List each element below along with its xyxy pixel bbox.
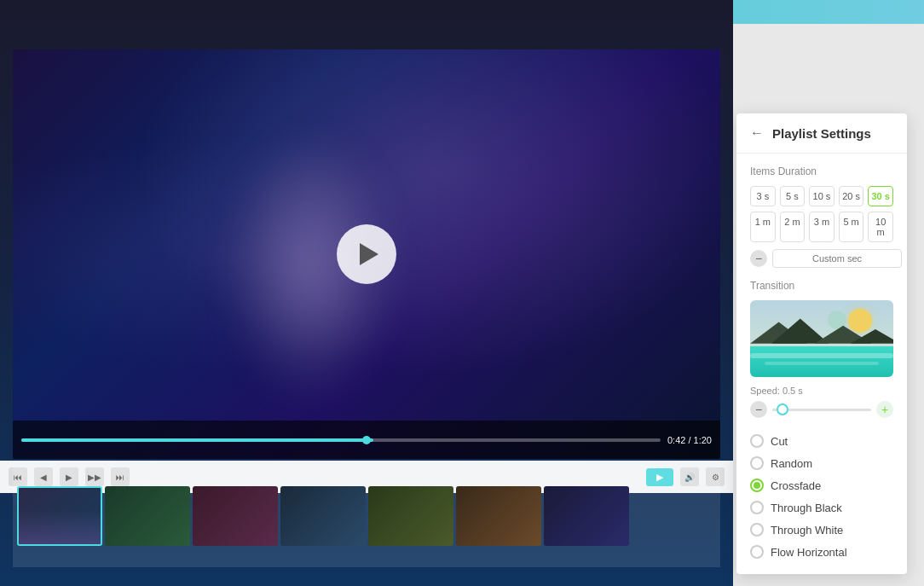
video-background: 0:42 / 1:20 ⏮ ◀ ▶ ▶▶ ⏭ ▶ 🔊 ⚙ <box>0 0 733 586</box>
duration-row-2: 1 m 2 m 3 m 5 m 10 m <box>750 212 893 242</box>
duration-10s[interactable]: 10 s <box>809 186 834 206</box>
transition-label: Transition <box>750 280 893 292</box>
speed-row: − + <box>750 401 893 418</box>
transition-through-black[interactable]: Through Black <box>750 496 893 519</box>
custom-sec-row: − + <box>750 249 893 268</box>
speed-plus-button[interactable]: + <box>876 401 893 418</box>
thumb-item-6[interactable] <box>456 486 541 546</box>
items-duration-section: Items Duration 3 s 5 s 10 s 20 s 30 s 1 … <box>736 154 907 280</box>
progress-bar[interactable] <box>21 438 661 442</box>
transition-through-white[interactable]: Through White <box>750 519 893 541</box>
panel-header: ← Playlist Settings <box>736 113 907 154</box>
radio-flow-horizontal-label: Flow Horizontal <box>771 546 847 559</box>
radio-through-black-label: Through Black <box>771 502 842 514</box>
progress-fill <box>21 438 373 442</box>
radio-crossfade-outer <box>750 479 764 492</box>
radio-cut-label: Cut <box>771 435 788 448</box>
transition-preview <box>750 300 893 377</box>
duration-20s[interactable]: 20 s <box>839 186 864 206</box>
video-player[interactable]: 0:42 / 1:20 <box>13 49 720 459</box>
thumb-item-5[interactable] <box>368 486 453 546</box>
duration-5m[interactable]: 5 m <box>839 212 864 242</box>
duration-1m[interactable]: 1 m <box>750 212 776 242</box>
preview-wave-1 <box>750 353 893 358</box>
thumb-item-7[interactable] <box>544 486 629 546</box>
transition-flow-horizontal[interactable]: Flow Horizontal <box>750 541 893 563</box>
duration-3m[interactable]: 3 m <box>809 212 834 242</box>
duration-3s[interactable]: 3 s <box>750 186 776 206</box>
thumb-person-1 <box>19 510 101 544</box>
speed-slider-thumb <box>777 403 788 415</box>
preview-sky <box>750 300 893 346</box>
duration-30s[interactable]: 30 s <box>868 186 893 206</box>
transition-random[interactable]: Random <box>750 452 893 474</box>
thumbnail-strip <box>13 465 720 567</box>
panel-title: Playlist Settings <box>772 126 871 141</box>
speed-minus-button[interactable]: − <box>750 401 767 418</box>
duration-10m[interactable]: 10 m <box>868 212 893 242</box>
radio-crossfade-inner <box>754 482 760 489</box>
speed-label: Speed: 0.5 s <box>750 386 893 396</box>
progress-thumb <box>362 436 371 444</box>
transition-options: Cut Random Crossfade Through Black Throu… <box>750 430 893 563</box>
radio-crossfade-label: Crossfade <box>771 479 821 492</box>
thumb-item-4[interactable] <box>280 486 366 546</box>
thumb-item-2[interactable] <box>105 486 190 546</box>
radio-through-black-outer <box>750 501 764 514</box>
thumb-item-1[interactable] <box>17 486 102 546</box>
progress-area: 0:42 / 1:20 <box>13 421 720 459</box>
duration-2m[interactable]: 2 m <box>780 212 806 242</box>
speed-slider[interactable] <box>772 409 871 411</box>
play-icon <box>360 243 378 265</box>
duration-grid: 3 s 5 s 10 s 20 s 30 s 1 m 2 m 3 m 5 m 1… <box>750 186 893 242</box>
custom-sec-input[interactable] <box>772 249 902 268</box>
radio-through-white-label: Through White <box>771 524 843 537</box>
time-display: 0:42 / 1:20 <box>667 435 712 445</box>
radio-random-outer <box>750 456 764 470</box>
play-button[interactable] <box>337 224 396 284</box>
radio-flow-horizontal-outer <box>750 545 764 559</box>
preview-water <box>750 346 893 377</box>
thumb-item-3[interactable] <box>193 486 278 546</box>
transition-cut[interactable]: Cut <box>750 430 893 452</box>
items-duration-label: Items Duration <box>750 165 893 177</box>
preview-mountains-svg <box>750 312 893 346</box>
radio-random-label: Random <box>771 457 812 470</box>
duration-row-1: 3 s 5 s 10 s 20 s 30 s <box>750 186 893 206</box>
radio-cut-outer <box>750 434 764 448</box>
custom-minus-button[interactable]: − <box>750 250 767 267</box>
back-button[interactable]: ← <box>750 125 764 141</box>
radio-through-white-outer <box>750 523 764 537</box>
duration-5s[interactable]: 5 s <box>780 186 806 206</box>
transition-crossfade[interactable]: Crossfade <box>750 474 893 496</box>
playlist-settings-panel: ← Playlist Settings Items Duration 3 s 5… <box>736 113 907 574</box>
transition-section: Transition Speed: 0.5 s − <box>736 280 907 574</box>
preview-wave-2 <box>765 362 879 365</box>
